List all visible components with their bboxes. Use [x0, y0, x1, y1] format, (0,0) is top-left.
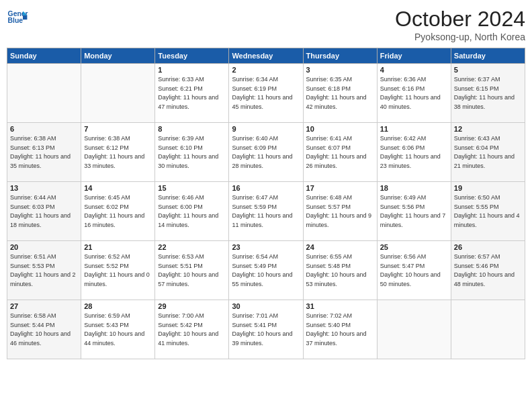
- day-cell: 9Sunrise: 6:40 AMSunset: 6:09 PMDaylight…: [229, 123, 303, 182]
- day-info: Sunrise: 6:59 AMSunset: 5:43 PMDaylight:…: [84, 312, 152, 348]
- day-cell: 13Sunrise: 6:44 AMSunset: 6:03 PMDayligh…: [7, 182, 81, 241]
- day-cell: 24Sunrise: 6:55 AMSunset: 5:48 PMDayligh…: [303, 241, 377, 300]
- day-number: 20: [10, 243, 78, 251]
- day-cell: 7Sunrise: 6:38 AMSunset: 6:12 PMDaylight…: [81, 123, 155, 182]
- day-number: 12: [454, 125, 522, 133]
- day-number: 13: [10, 184, 78, 192]
- day-cell: 15Sunrise: 6:46 AMSunset: 6:00 PMDayligh…: [155, 182, 229, 241]
- day-cell: 22Sunrise: 6:53 AMSunset: 5:51 PMDayligh…: [155, 241, 229, 300]
- day-cell: 30Sunrise: 7:01 AMSunset: 5:41 PMDayligh…: [229, 300, 303, 359]
- day-number: 27: [10, 302, 78, 310]
- day-info: Sunrise: 7:00 AMSunset: 5:42 PMDaylight:…: [158, 312, 226, 348]
- day-info: Sunrise: 6:52 AMSunset: 5:52 PMDaylight:…: [84, 253, 152, 289]
- day-info: Sunrise: 7:01 AMSunset: 5:41 PMDaylight:…: [232, 312, 300, 348]
- header-cell-tuesday: Tuesday: [155, 48, 229, 64]
- header-row: SundayMondayTuesdayWednesdayThursdayFrid…: [7, 48, 525, 64]
- day-number: 1: [158, 66, 226, 74]
- header-cell-monday: Monday: [81, 48, 155, 64]
- day-info: Sunrise: 6:35 AMSunset: 6:18 PMDaylight:…: [306, 75, 374, 111]
- day-info: Sunrise: 6:40 AMSunset: 6:09 PMDaylight:…: [232, 134, 300, 171]
- header-cell-sunday: Sunday: [7, 48, 81, 64]
- day-number: 5: [454, 66, 522, 74]
- day-number: 9: [232, 125, 300, 133]
- day-info: Sunrise: 6:47 AMSunset: 5:59 PMDaylight:…: [232, 193, 300, 230]
- day-number: 16: [232, 184, 300, 192]
- logo-icon: General Blue: [7, 7, 28, 28]
- week-row-3: 13Sunrise: 6:44 AMSunset: 6:03 PMDayligh…: [7, 182, 525, 241]
- day-info: Sunrise: 6:44 AMSunset: 6:03 PMDaylight:…: [10, 193, 78, 230]
- day-cell: 31Sunrise: 7:02 AMSunset: 5:40 PMDayligh…: [303, 300, 377, 359]
- day-cell: 20Sunrise: 6:51 AMSunset: 5:53 PMDayligh…: [7, 241, 81, 300]
- week-row-1: 1Sunrise: 6:33 AMSunset: 6:21 PMDaylight…: [7, 64, 525, 123]
- day-number: 14: [84, 184, 152, 192]
- day-cell: 8Sunrise: 6:39 AMSunset: 6:10 PMDaylight…: [155, 123, 229, 182]
- day-number: 7: [84, 125, 152, 133]
- day-info: Sunrise: 6:39 AMSunset: 6:10 PMDaylight:…: [158, 134, 226, 171]
- day-info: Sunrise: 6:58 AMSunset: 5:44 PMDaylight:…: [10, 312, 78, 348]
- day-info: Sunrise: 6:49 AMSunset: 5:56 PMDaylight:…: [380, 193, 448, 230]
- day-cell: 19Sunrise: 6:50 AMSunset: 5:55 PMDayligh…: [451, 182, 525, 241]
- day-number: 29: [158, 302, 226, 310]
- svg-text:Blue: Blue: [8, 17, 24, 24]
- day-cell: 10Sunrise: 6:41 AMSunset: 6:07 PMDayligh…: [303, 123, 377, 182]
- calendar-table: SundayMondayTuesdayWednesdayThursdayFrid…: [7, 48, 525, 359]
- header-cell-friday: Friday: [377, 48, 451, 64]
- day-info: Sunrise: 6:33 AMSunset: 6:21 PMDaylight:…: [158, 75, 226, 111]
- day-info: Sunrise: 6:37 AMSunset: 6:15 PMDaylight:…: [454, 75, 522, 111]
- day-number: 4: [380, 66, 448, 74]
- day-number: 21: [84, 243, 152, 251]
- day-cell: 27Sunrise: 6:58 AMSunset: 5:44 PMDayligh…: [7, 300, 81, 359]
- day-cell: 18Sunrise: 6:49 AMSunset: 5:56 PMDayligh…: [377, 182, 451, 241]
- day-info: Sunrise: 6:42 AMSunset: 6:06 PMDaylight:…: [380, 134, 448, 171]
- day-cell: [377, 300, 451, 359]
- day-number: 15: [158, 184, 226, 192]
- day-cell: [81, 64, 155, 123]
- logo: General Blue: [7, 7, 28, 28]
- page: General Blue October 2024 Pyoksong-up, N…: [0, 0, 532, 411]
- day-cell: 28Sunrise: 6:59 AMSunset: 5:43 PMDayligh…: [81, 300, 155, 359]
- week-row-5: 27Sunrise: 6:58 AMSunset: 5:44 PMDayligh…: [7, 300, 525, 359]
- day-info: Sunrise: 6:45 AMSunset: 6:02 PMDaylight:…: [84, 193, 152, 230]
- day-cell: 3Sunrise: 6:35 AMSunset: 6:18 PMDaylight…: [303, 64, 377, 123]
- day-cell: 4Sunrise: 6:36 AMSunset: 6:16 PMDaylight…: [377, 64, 451, 123]
- day-number: 2: [232, 66, 300, 74]
- day-number: 28: [84, 302, 152, 310]
- day-cell: 11Sunrise: 6:42 AMSunset: 6:06 PMDayligh…: [377, 123, 451, 182]
- day-cell: 26Sunrise: 6:57 AMSunset: 5:46 PMDayligh…: [451, 241, 525, 300]
- day-cell: 14Sunrise: 6:45 AMSunset: 6:02 PMDayligh…: [81, 182, 155, 241]
- day-cell: 2Sunrise: 6:34 AMSunset: 6:19 PMDaylight…: [229, 64, 303, 123]
- day-number: 10: [306, 125, 374, 133]
- week-row-2: 6Sunrise: 6:38 AMSunset: 6:13 PMDaylight…: [7, 123, 525, 182]
- week-row-4: 20Sunrise: 6:51 AMSunset: 5:53 PMDayligh…: [7, 241, 525, 300]
- day-number: 24: [306, 243, 374, 251]
- header-cell-wednesday: Wednesday: [229, 48, 303, 64]
- day-cell: 5Sunrise: 6:37 AMSunset: 6:15 PMDaylight…: [451, 64, 525, 123]
- day-info: Sunrise: 6:55 AMSunset: 5:48 PMDaylight:…: [306, 253, 374, 289]
- day-info: Sunrise: 6:46 AMSunset: 6:00 PMDaylight:…: [158, 193, 226, 230]
- day-number: 19: [454, 184, 522, 192]
- day-info: Sunrise: 6:53 AMSunset: 5:51 PMDaylight:…: [158, 253, 226, 289]
- location: Pyoksong-up, North Korea: [395, 32, 525, 42]
- day-info: Sunrise: 6:54 AMSunset: 5:49 PMDaylight:…: [232, 253, 300, 289]
- day-info: Sunrise: 6:48 AMSunset: 5:57 PMDaylight:…: [306, 193, 374, 230]
- day-info: Sunrise: 6:38 AMSunset: 6:13 PMDaylight:…: [10, 134, 78, 171]
- day-number: 30: [232, 302, 300, 310]
- day-number: 3: [306, 66, 374, 74]
- day-cell: [451, 300, 525, 359]
- day-info: Sunrise: 6:50 AMSunset: 5:55 PMDaylight:…: [454, 193, 522, 230]
- title-block: October 2024 Pyoksong-up, North Korea: [395, 7, 525, 42]
- day-number: 31: [306, 302, 374, 310]
- day-number: 18: [380, 184, 448, 192]
- day-cell: 29Sunrise: 7:00 AMSunset: 5:42 PMDayligh…: [155, 300, 229, 359]
- month-title: October 2024: [395, 7, 525, 32]
- day-number: 23: [232, 243, 300, 251]
- day-info: Sunrise: 6:43 AMSunset: 6:04 PMDaylight:…: [454, 134, 522, 171]
- day-info: Sunrise: 7:02 AMSunset: 5:40 PMDaylight:…: [306, 312, 374, 348]
- day-cell: 12Sunrise: 6:43 AMSunset: 6:04 PMDayligh…: [451, 123, 525, 182]
- day-number: 8: [158, 125, 226, 133]
- day-cell: 25Sunrise: 6:56 AMSunset: 5:47 PMDayligh…: [377, 241, 451, 300]
- day-cell: 16Sunrise: 6:47 AMSunset: 5:59 PMDayligh…: [229, 182, 303, 241]
- day-info: Sunrise: 6:51 AMSunset: 5:53 PMDaylight:…: [10, 253, 78, 289]
- day-number: 25: [380, 243, 448, 251]
- day-cell: 6Sunrise: 6:38 AMSunset: 6:13 PMDaylight…: [7, 123, 81, 182]
